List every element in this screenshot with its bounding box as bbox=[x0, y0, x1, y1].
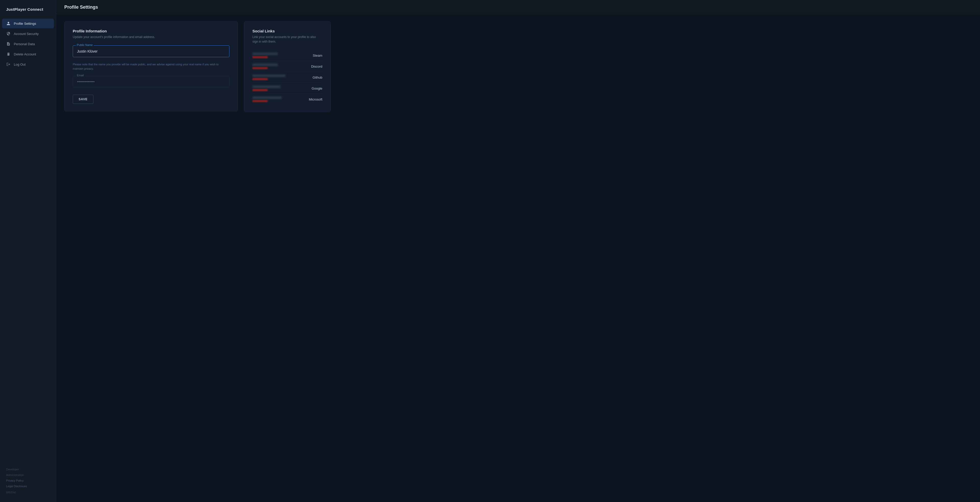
social-discord-info bbox=[252, 64, 278, 69]
social-item-microsoft: Microsoft bbox=[252, 94, 322, 105]
github-action bbox=[252, 78, 268, 80]
main-content: Profile Settings Profile Information Upd… bbox=[56, 0, 980, 502]
logout-icon bbox=[6, 62, 11, 67]
person-icon bbox=[6, 21, 11, 26]
social-links-card: Social Links Link your social accounts t… bbox=[244, 21, 331, 112]
administration-link[interactable]: Administration bbox=[6, 473, 50, 477]
social-item-steam: Steam bbox=[252, 50, 322, 61]
social-google-info bbox=[252, 86, 280, 91]
google-label: Google bbox=[312, 86, 322, 91]
social-links-subtitle: Link your social accounts to your profil… bbox=[252, 35, 322, 44]
shield-icon bbox=[6, 32, 11, 36]
sidebar-item-account-security[interactable]: Account Security bbox=[2, 29, 54, 38]
legal-disclosure-link[interactable]: Legal Disclosure bbox=[6, 484, 50, 488]
profile-info-title: Profile Information bbox=[73, 29, 229, 33]
email-input[interactable] bbox=[73, 76, 229, 87]
social-item-discord: Discord bbox=[252, 61, 322, 72]
social-github-info bbox=[252, 75, 286, 80]
profile-info-card: Profile Information Update your account'… bbox=[64, 21, 238, 111]
developer-link[interactable]: Developer bbox=[6, 467, 50, 472]
social-links-title: Social Links bbox=[252, 29, 322, 33]
privacy-policy-link[interactable]: Privacy Policy bbox=[6, 478, 50, 483]
sidebar-item-label: Log Out bbox=[14, 62, 25, 66]
microsoft-action bbox=[252, 100, 268, 102]
public-name-input[interactable] bbox=[73, 45, 229, 57]
microsoft-label: Microsoft bbox=[309, 97, 322, 101]
sidebar-item-personal-data[interactable]: Personal Data bbox=[2, 39, 54, 49]
github-account-name bbox=[252, 75, 286, 77]
email-group: Email bbox=[73, 76, 229, 87]
steam-action bbox=[252, 56, 268, 58]
content-area: Profile Information Update your account'… bbox=[56, 14, 980, 502]
save-button[interactable]: SAVE bbox=[73, 95, 94, 104]
trash-icon bbox=[6, 52, 11, 56]
public-name-group: Public Name bbox=[73, 45, 229, 57]
sidebar-item-delete-account[interactable]: Delete Account bbox=[2, 49, 54, 59]
sidebar-item-profile-settings[interactable]: Profile Settings bbox=[2, 19, 54, 28]
version-label: b9920a0 bbox=[6, 491, 50, 494]
discord-action bbox=[252, 67, 268, 69]
page-header: Profile Settings bbox=[56, 0, 980, 14]
app-logo: JustPlayer Connect bbox=[0, 6, 56, 19]
google-account-name bbox=[252, 86, 280, 88]
social-item-github: Github bbox=[252, 72, 322, 83]
discord-label: Discord bbox=[311, 65, 322, 68]
github-label: Github bbox=[313, 76, 322, 79]
public-name-label: Public Name bbox=[76, 43, 94, 46]
sidebar-item-label: Account Security bbox=[14, 32, 39, 36]
sidebar-item-label: Delete Account bbox=[14, 52, 36, 56]
social-item-google: Google bbox=[252, 83, 322, 94]
social-microsoft-info bbox=[252, 97, 282, 102]
microsoft-account-name bbox=[252, 97, 282, 99]
sidebar-item-log-out[interactable]: Log Out bbox=[2, 59, 54, 69]
sidebar: JustPlayer Connect Profile Settings Acco… bbox=[0, 0, 56, 502]
sidebar-item-label: Profile Settings bbox=[14, 22, 36, 25]
sidebar-item-label: Personal Data bbox=[14, 42, 35, 46]
sidebar-nav: Profile Settings Account Security Person… bbox=[0, 19, 56, 463]
steam-account-name bbox=[252, 52, 278, 55]
email-label: Email bbox=[76, 74, 85, 77]
page-title: Profile Settings bbox=[64, 5, 972, 10]
steam-label: Steam bbox=[313, 54, 322, 57]
social-steam-info bbox=[252, 52, 278, 58]
discord-account-name bbox=[252, 64, 278, 66]
profile-info-subtitle: Update your account's profile informatio… bbox=[73, 35, 229, 39]
name-hint: Please note that the name you provide wi… bbox=[73, 62, 229, 71]
file-icon bbox=[6, 41, 11, 46]
sidebar-footer: Developer Administration Privacy Policy … bbox=[0, 463, 56, 496]
google-action bbox=[252, 89, 268, 91]
